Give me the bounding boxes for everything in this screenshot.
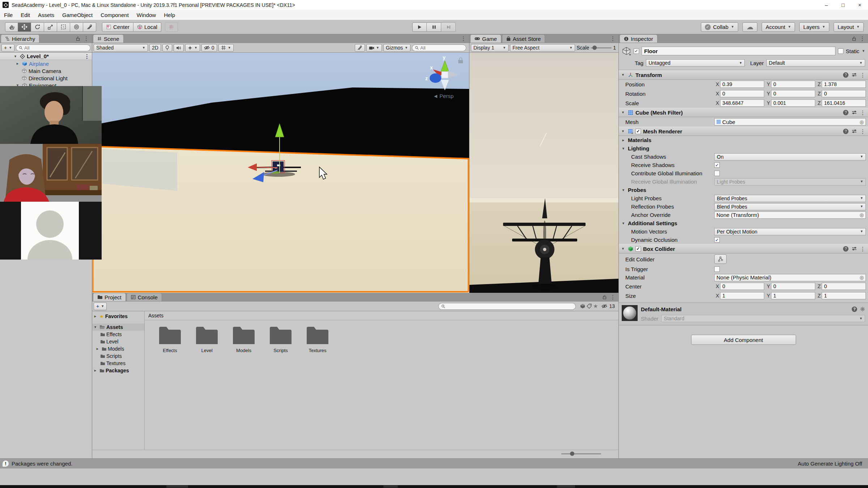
gizmos-dropdown[interactable]: Gizmos ▼: [383, 44, 410, 52]
additional-settings-foldout[interactable]: ▼Additional Settings: [619, 219, 868, 227]
aspect-dropdown[interactable]: Free Aspect ▼: [510, 44, 575, 52]
tree-models[interactable]: ► Models: [92, 345, 144, 352]
help-icon[interactable]: ?: [843, 246, 848, 252]
object-name-field[interactable]: [642, 47, 835, 55]
lock-icon[interactable]: [603, 295, 607, 299]
create-asset-button[interactable]: + ▼: [94, 303, 107, 310]
edit-collider-button[interactable]: [714, 254, 727, 264]
size-x-field[interactable]: [722, 293, 762, 299]
rotation-z-field[interactable]: [824, 91, 864, 97]
foldout-icon[interactable]: ►: [16, 62, 20, 65]
anchor-override-field[interactable]: None (Transform)◎: [714, 211, 866, 219]
dynamic-occlusion-checkbox[interactable]: ✓: [714, 237, 720, 243]
menu-help[interactable]: Help: [160, 10, 179, 20]
move-tool-button[interactable]: [18, 22, 31, 32]
hierarchy-search-input[interactable]: [24, 45, 88, 51]
is-trigger-checkbox[interactable]: [714, 266, 720, 272]
foldout-icon[interactable]: ▼: [621, 111, 626, 114]
hierarchy-item-airplane[interactable]: ► Airplane: [0, 60, 92, 67]
panel-menu-icon[interactable]: ⋮: [860, 36, 865, 41]
help-icon[interactable]: ?: [843, 72, 848, 78]
help-icon[interactable]: ?: [852, 307, 857, 312]
tree-favorites[interactable]: ► ★ Favorites: [92, 313, 144, 320]
menu-assets[interactable]: Assets: [34, 10, 58, 20]
2d-toggle[interactable]: 2D: [149, 44, 161, 52]
probes-foldout[interactable]: ▼Probes: [619, 186, 868, 194]
component-menu-icon[interactable]: ⋮: [860, 246, 865, 252]
size-y-field[interactable]: [773, 293, 813, 299]
thumbnail-size-slider[interactable]: [561, 453, 601, 454]
rotate-tool-button[interactable]: [31, 22, 44, 32]
package-filter-icon[interactable]: [580, 304, 585, 309]
scene-visibility-toggle[interactable]: 0: [201, 44, 217, 52]
scene-search[interactable]: [412, 44, 466, 51]
tag-dropdown[interactable]: Untagged ▼: [646, 59, 745, 67]
component-enabled-checkbox[interactable]: ✓: [635, 129, 641, 134]
foldout-icon[interactable]: ▼: [621, 247, 626, 251]
motion-vectors-dropdown[interactable]: Per Object Motion▼: [714, 228, 866, 235]
tab-game[interactable]: Game: [470, 34, 501, 43]
scene-lighting-toggle[interactable]: [162, 44, 172, 52]
tree-scripts[interactable]: Scripts: [92, 352, 144, 360]
position-x-field[interactable]: [722, 81, 762, 87]
materials-foldout[interactable]: ►Materials: [619, 136, 868, 144]
folder-models[interactable]: Models: [226, 325, 261, 353]
scale-slider[interactable]: [591, 47, 612, 48]
position-z-field[interactable]: [824, 81, 864, 87]
component-menu-icon[interactable]: ⋮: [860, 72, 865, 78]
lighting-status[interactable]: Auto Generate Lighting Off: [798, 461, 862, 467]
breadcrumb[interactable]: Assets: [145, 311, 618, 320]
scene-audio-toggle[interactable]: [174, 44, 184, 52]
maximize-button[interactable]: □: [835, 0, 851, 10]
folder-effects[interactable]: Effects: [153, 325, 187, 353]
persp-label[interactable]: Persp: [439, 93, 454, 99]
scene-search-input[interactable]: [420, 45, 463, 51]
tab-hierarchy[interactable]: Hierarchy: [1, 34, 39, 43]
lighting-foldout[interactable]: ▼Lighting: [619, 144, 868, 153]
panel-menu-icon[interactable]: ⋮: [610, 36, 616, 41]
rotation-x-field[interactable]: [722, 91, 762, 97]
grid-snap-button[interactable]: [165, 22, 178, 32]
add-component-button[interactable]: Add Component: [691, 335, 796, 345]
component-menu-icon[interactable]: ⋮: [860, 129, 865, 134]
rect-tool-button[interactable]: [57, 22, 70, 32]
component-enabled-checkbox[interactable]: ✓: [635, 246, 641, 252]
transform-tool-button[interactable]: [70, 22, 83, 32]
object-picker-icon[interactable]: ◎: [860, 275, 864, 280]
shading-mode-dropdown[interactable]: Shaded ▼: [94, 44, 148, 52]
tree-textures[interactable]: Textures: [92, 360, 144, 367]
center-x-field[interactable]: [722, 283, 762, 289]
folder-level[interactable]: Level: [190, 325, 224, 353]
hand-tool-button[interactable]: [5, 22, 18, 32]
active-checkbox[interactable]: ✓: [634, 48, 639, 54]
hierarchy-item-directional-light[interactable]: Directional Light: [0, 74, 92, 82]
layer-dropdown[interactable]: Default ▼: [766, 59, 865, 67]
panel-menu-icon[interactable]: ⋮: [84, 36, 89, 41]
pivot-mode-button[interactable]: Center: [102, 22, 133, 32]
object-picker-icon[interactable]: ◎: [860, 212, 864, 218]
tree-effects[interactable]: Effects: [92, 331, 144, 338]
scale-y-field[interactable]: [773, 100, 813, 106]
lock-icon[interactable]: [458, 58, 463, 64]
lock-icon[interactable]: [852, 36, 856, 41]
material-thumbnail[interactable]: [622, 305, 638, 321]
tab-project[interactable]: Project: [93, 293, 126, 301]
panel-menu-icon[interactable]: ⋮: [610, 294, 616, 300]
favorites-filter-icon[interactable]: ★: [593, 303, 598, 309]
custom-tools-button[interactable]: [83, 22, 96, 32]
tree-assets[interactable]: ▼ Assets: [92, 324, 144, 331]
gameobject-icon[interactable]: [622, 46, 631, 56]
component-tools-button[interactable]: [355, 44, 365, 52]
tab-console[interactable]: Console: [127, 293, 162, 301]
thumbnail-slider-thumb[interactable]: [570, 451, 574, 456]
foldout-icon[interactable]: ▼: [621, 73, 626, 77]
status-message[interactable]: Packages were changed.: [12, 461, 72, 467]
scene-effects-dropdown[interactable]: ▼: [185, 44, 200, 52]
tab-scene[interactable]: Scene: [93, 34, 124, 43]
scale-z-field[interactable]: [824, 100, 864, 106]
component-menu-icon[interactable]: ⋮: [860, 110, 865, 115]
menu-gameobject[interactable]: GameObject: [58, 10, 97, 20]
mesh-object-field[interactable]: Cube ◎: [714, 118, 866, 125]
receive-shadows-checkbox[interactable]: ✓: [714, 162, 720, 168]
position-y-field[interactable]: [773, 81, 813, 87]
